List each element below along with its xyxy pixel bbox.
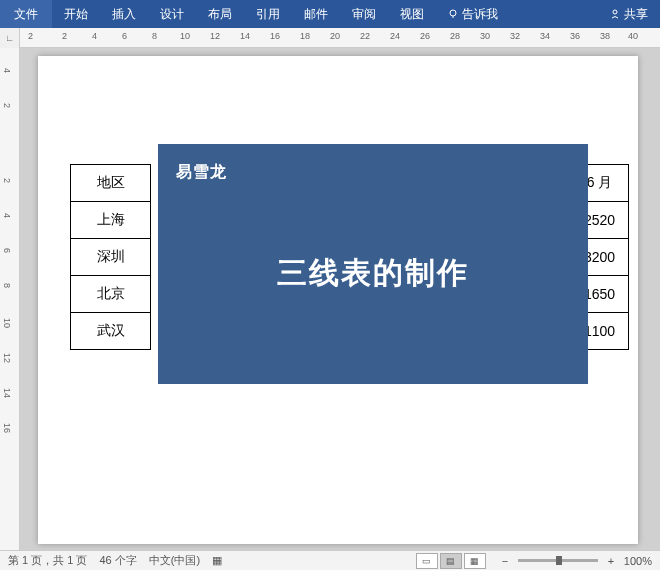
- title-overlay: 易雪龙 三线表的制作: [158, 144, 588, 384]
- tell-me-label: 告诉我: [462, 6, 498, 23]
- view-read[interactable]: ▭: [416, 553, 438, 569]
- cell[interactable]: 北京: [71, 276, 151, 313]
- macro-icon[interactable]: ▦: [212, 554, 222, 567]
- zoom-out[interactable]: −: [498, 555, 512, 567]
- share-icon: [610, 9, 620, 19]
- view-print[interactable]: ▤: [440, 553, 462, 569]
- tab-layout[interactable]: 布局: [196, 0, 244, 28]
- ruler-tab-selector[interactable]: ∟: [0, 28, 20, 48]
- status-word-count[interactable]: 46 个字: [99, 553, 136, 568]
- tab-review[interactable]: 审阅: [340, 0, 388, 28]
- tab-file[interactable]: 文件: [0, 0, 52, 28]
- bulb-icon: [448, 9, 458, 19]
- tab-view[interactable]: 视图: [388, 0, 436, 28]
- overlay-title: 三线表的制作: [158, 163, 588, 384]
- cell[interactable]: 武汉: [71, 313, 151, 350]
- cell-region-header[interactable]: 地区: [71, 165, 151, 202]
- zoom-percent[interactable]: 100%: [624, 555, 652, 567]
- svg-point-2: [613, 10, 617, 14]
- page[interactable]: 地区6 月 上海2520 深圳3200 北京1650 武汉1100 易雪龙 三线…: [38, 56, 638, 544]
- svg-point-0: [450, 10, 456, 16]
- zoom-thumb[interactable]: [556, 556, 562, 565]
- zoom-slider[interactable]: [518, 559, 598, 562]
- tab-home[interactable]: 开始: [52, 0, 100, 28]
- share-label: 共享: [624, 6, 648, 23]
- tab-mailings[interactable]: 邮件: [292, 0, 340, 28]
- cell[interactable]: 深圳: [71, 239, 151, 276]
- status-page[interactable]: 第 1 页，共 1 页: [8, 553, 87, 568]
- ruler-vertical[interactable]: 4 2 2 4 6 8 10 12 14 16: [0, 48, 20, 550]
- share-button[interactable]: 共享: [598, 6, 660, 23]
- view-mode-buttons: ▭ ▤ ▦: [416, 553, 486, 569]
- tell-me[interactable]: 告诉我: [436, 0, 510, 28]
- tab-references[interactable]: 引用: [244, 0, 292, 28]
- status-language[interactable]: 中文(中国): [149, 553, 200, 568]
- zoom-in[interactable]: +: [604, 555, 618, 567]
- ribbon: 文件 开始 插入 设计 布局 引用 邮件 审阅 视图 告诉我 共享: [0, 0, 660, 28]
- tab-insert[interactable]: 插入: [100, 0, 148, 28]
- ruler-h-track: 2 2 4 6 8 10 12 14 16 18 20 22 24 26 28 …: [20, 28, 660, 47]
- ruler-horizontal[interactable]: ∟ 2 2 4 6 8 10 12 14 16 18 20 22 24 26 2…: [0, 28, 660, 48]
- status-bar: 第 1 页，共 1 页 46 个字 中文(中国) ▦ ▭ ▤ ▦ − + 100…: [0, 550, 660, 570]
- cell[interactable]: 上海: [71, 202, 151, 239]
- view-web[interactable]: ▦: [464, 553, 486, 569]
- tab-design[interactable]: 设计: [148, 0, 196, 28]
- zoom-control: − + 100%: [498, 555, 652, 567]
- document-canvas[interactable]: 地区6 月 上海2520 深圳3200 北京1650 武汉1100 易雪龙 三线…: [20, 48, 660, 550]
